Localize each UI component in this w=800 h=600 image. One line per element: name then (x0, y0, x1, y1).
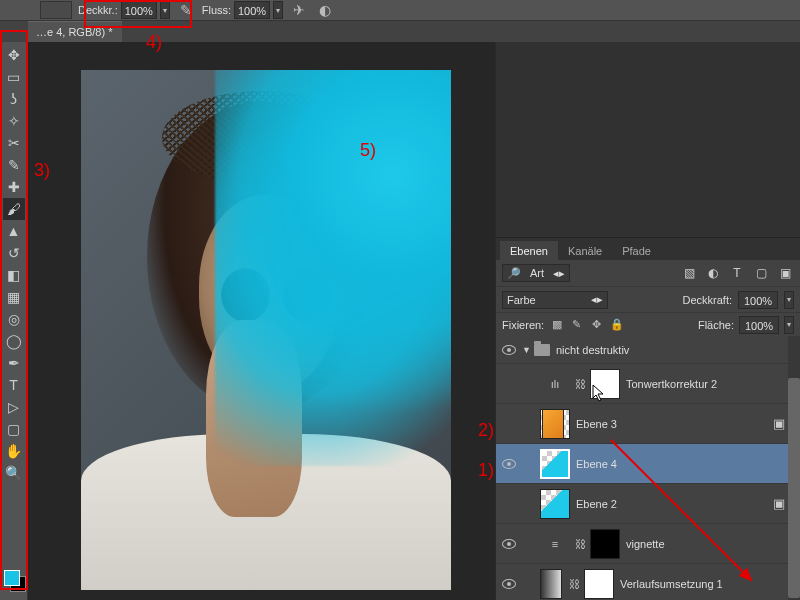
fill-value[interactable]: 100% (739, 316, 779, 334)
layer-name[interactable]: vignette (626, 538, 794, 550)
filter-smart-icon[interactable]: ▣ (776, 264, 794, 282)
history-brush-tool[interactable]: ↺ (3, 242, 25, 264)
cyan-paint-overlay (215, 70, 451, 466)
filter-adjust-icon[interactable]: ◐ (704, 264, 722, 282)
panel-tab-strip: Ebenen Kanäle Pfade (496, 238, 800, 260)
layer-filter-bar: 🔎Art◂▸ ▧ ◐ T ▢ ▣ (496, 260, 800, 286)
healing-tool[interactable]: ✚ (3, 176, 25, 198)
lock-transparent-icon[interactable]: ▩ (549, 317, 564, 332)
layers-scrollbar-track[interactable] (788, 336, 800, 600)
gradient-tool[interactable]: ▦ (3, 286, 25, 308)
filter-kind-select[interactable]: 🔎Art◂▸ (502, 264, 570, 282)
opacity-dropdown-arrow[interactable]: ▾ (160, 1, 170, 19)
document-tab[interactable]: …e 4, RGB/8) * (28, 21, 122, 42)
link-icon[interactable]: ⛓ (568, 578, 580, 590)
opacity-label: Deckkr.: (78, 4, 118, 16)
layer-row-verlauf[interactable]: ⛓ Verlaufsumsetzung 1 (496, 564, 800, 600)
type-tool[interactable]: T (3, 374, 25, 396)
link-icon[interactable]: ⛓ (574, 538, 586, 550)
folder-icon (534, 344, 550, 356)
eyedropper-tool[interactable]: ✎ (3, 154, 25, 176)
opacity-value[interactable]: 100% (121, 1, 157, 19)
eraser-tool[interactable]: ◧ (3, 264, 25, 286)
toolbox: ✥ ▭ ʖ ✧ ✂ ✎ ✚ 🖌 ▲ ↺ ◧ ▦ ◎ ◯ ✒ T ▷ ▢ ✋ 🔍 (0, 42, 28, 600)
clone-stamp-tool[interactable]: ▲ (3, 220, 25, 242)
lock-paint-icon[interactable]: ✎ (569, 317, 584, 332)
blur-tool[interactable]: ◎ (3, 308, 25, 330)
layers-scrollbar-thumb[interactable] (788, 378, 800, 598)
flow-dropdown-arrow[interactable]: ▾ (273, 1, 283, 19)
link-icon[interactable]: ⛓ (574, 378, 586, 390)
lock-all-icon[interactable]: 🔒 (609, 317, 624, 332)
tab-layers[interactable]: Ebenen (500, 241, 558, 260)
blend-opacity-row: Farbe◂▸ Deckkraft: 100% ▾ (496, 286, 800, 312)
mask-thumb[interactable] (590, 529, 620, 559)
filter-shape-icon[interactable]: ▢ (752, 264, 770, 282)
fill-arrow[interactable]: ▾ (784, 316, 794, 334)
pressure-opacity-icon[interactable]: ✎ (176, 0, 196, 20)
layer-name[interactable]: Ebene 4 (576, 458, 794, 470)
move-tool[interactable]: ✥ (3, 44, 25, 66)
smart-filter-icon[interactable]: ▣ (770, 495, 788, 513)
options-bar: Deckkr.: 100% ▾ ✎ Fluss: 100% ▾ ✈ ◐ (0, 0, 800, 21)
zoom-tool[interactable]: 🔍 (3, 462, 25, 484)
layer-name[interactable]: Verlaufsumsetzung 1 (620, 578, 794, 590)
crop-tool[interactable]: ✂ (3, 132, 25, 154)
layer-row-ebene4[interactable]: Ebene 4 (496, 444, 800, 484)
levels-adjust-icon: ılı (540, 377, 570, 391)
visibility-eye-icon[interactable] (502, 345, 516, 355)
filter-type-icon[interactable]: T (728, 264, 746, 282)
layer-group-row[interactable]: ▼ nicht destruktiv (496, 336, 800, 364)
layers-panel: Ebenen Kanäle Pfade 🔎Art◂▸ ▧ ◐ T ▢ ▣ (496, 238, 800, 600)
upper-panel-placeholder (496, 42, 800, 238)
brush-preset-dropdown[interactable] (40, 1, 72, 19)
layer-opacity-label: Deckkraft: (682, 294, 732, 306)
blend-mode-select[interactable]: Farbe◂▸ (502, 291, 608, 309)
layer-thumb-content[interactable] (542, 409, 564, 439)
layer-thumb[interactable] (540, 489, 570, 519)
layer-row-tonwert[interactable]: ılı ⛓ Tonwertkorrektur 2 (496, 364, 800, 404)
layer-name[interactable]: Ebene 3 (576, 418, 766, 430)
brush-tool[interactable]: 🖌 (3, 198, 25, 220)
right-panel-column: Ebenen Kanäle Pfade 🔎Art◂▸ ▧ ◐ T ▢ ▣ (495, 42, 800, 600)
lasso-tool[interactable]: ʖ (3, 88, 25, 110)
airbrush-icon[interactable]: ✈ (289, 0, 309, 20)
layer-thumb[interactable] (540, 449, 570, 479)
canvas-area (28, 42, 495, 600)
shape-tool[interactable]: ▢ (3, 418, 25, 440)
layer-row-ebene3[interactable]: Ebene 3 ▣ (496, 404, 800, 444)
filter-pixel-icon[interactable]: ▧ (680, 264, 698, 282)
visibility-eye-icon[interactable] (502, 579, 516, 589)
path-select-tool[interactable]: ▷ (3, 396, 25, 418)
pressure-size-icon[interactable]: ◐ (315, 0, 335, 20)
mask-thumb[interactable] (584, 569, 614, 599)
foreground-color-swatch[interactable] (4, 570, 20, 586)
tab-channels[interactable]: Kanäle (558, 241, 612, 260)
layer-name[interactable]: Tonwertkorrektur 2 (626, 378, 794, 390)
fill-label: Fläche: (698, 319, 734, 331)
layer-row-ebene2[interactable]: Ebene 2 ▣ (496, 484, 800, 524)
visibility-eye-icon[interactable] (502, 459, 516, 469)
tab-paths[interactable]: Pfade (612, 241, 661, 260)
layer-row-vignette[interactable]: ≡ ⛓ vignette (496, 524, 800, 564)
hand-tool[interactable]: ✋ (3, 440, 25, 462)
layer-opacity-arrow[interactable]: ▾ (784, 291, 794, 309)
smart-filter-icon[interactable]: ▣ (770, 415, 788, 433)
visibility-eye-icon[interactable] (502, 539, 516, 549)
group-twisty-icon[interactable]: ▼ (522, 345, 534, 355)
marquee-tool[interactable]: ▭ (3, 66, 25, 88)
dodge-tool[interactable]: ◯ (3, 330, 25, 352)
flow-label: Fluss: (202, 4, 231, 16)
group-name[interactable]: nicht destruktiv (556, 344, 794, 356)
document-tab-bar: …e 4, RGB/8) * (0, 21, 800, 42)
magic-wand-tool[interactable]: ✧ (3, 110, 25, 132)
document-canvas[interactable] (81, 70, 451, 590)
lock-position-icon[interactable]: ✥ (589, 317, 604, 332)
pen-tool[interactable]: ✒ (3, 352, 25, 374)
layer-opacity-value[interactable]: 100% (738, 291, 778, 309)
lock-fill-row: Fixieren: ▩ ✎ ✥ 🔒 Fläche: 100% ▾ (496, 312, 800, 336)
flow-value[interactable]: 100% (234, 1, 270, 19)
lock-label: Fixieren: (502, 319, 544, 331)
layer-name[interactable]: Ebene 2 (576, 498, 766, 510)
gradmap-thumb[interactable] (540, 569, 562, 599)
